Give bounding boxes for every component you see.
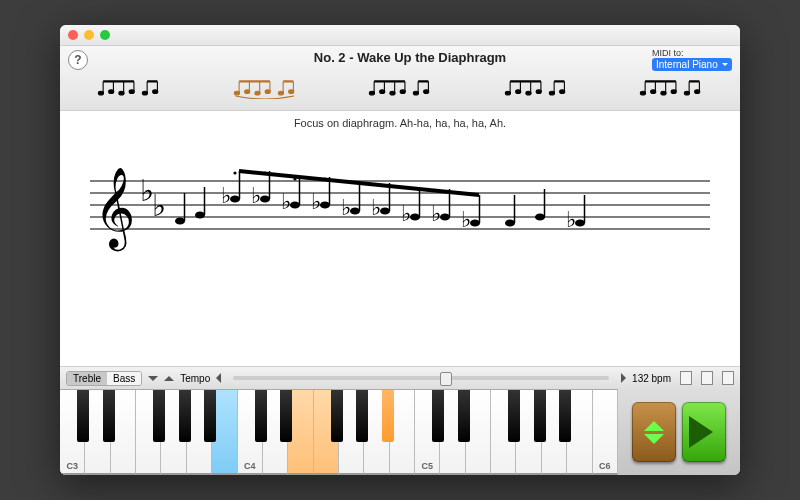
svg-point-77	[175, 217, 185, 224]
svg-text:♭: ♭	[401, 201, 411, 226]
black-key[interactable]	[432, 390, 444, 442]
svg-text:♭: ♭	[371, 195, 381, 220]
black-key[interactable]	[458, 390, 470, 442]
key-label: C3	[60, 461, 84, 471]
tempo-faster-icon[interactable]	[621, 373, 626, 383]
key-label: C6	[593, 461, 617, 471]
svg-text:♭: ♭	[566, 207, 576, 232]
svg-point-90	[290, 201, 300, 208]
svg-text:♭: ♭	[251, 183, 261, 208]
black-key[interactable]	[559, 390, 571, 442]
exercise-thumb-2[interactable]	[204, 74, 326, 102]
svg-point-86	[260, 195, 270, 202]
transpose-up-icon[interactable]	[164, 376, 174, 381]
svg-text:♭: ♭	[431, 201, 441, 226]
exercise-thumb-4[interactable]	[475, 74, 597, 102]
tempo-slider[interactable]	[233, 376, 609, 380]
black-key[interactable]	[103, 390, 115, 442]
treble-clef-icon: 𝄞	[94, 168, 135, 252]
svg-text:♭: ♭	[281, 189, 291, 214]
svg-point-107	[440, 213, 450, 220]
help-button[interactable]: ?	[68, 50, 88, 70]
exercise-thumb-3[interactable]	[339, 74, 461, 102]
app-window: ? No. 2 - Wake Up the Diaphragm MIDI to:…	[60, 25, 740, 475]
svg-point-98	[350, 207, 360, 214]
piano-keyboard: C3C4C5C6	[60, 389, 618, 475]
black-key[interactable]	[280, 390, 292, 442]
svg-point-82	[230, 195, 240, 202]
svg-text:♭: ♭	[311, 189, 321, 214]
white-key[interactable]	[288, 390, 313, 475]
loop-icon[interactable]	[722, 371, 734, 385]
midi-label: MIDI to:	[652, 48, 732, 58]
svg-point-79	[195, 211, 205, 218]
black-key[interactable]	[255, 390, 267, 442]
count-in-icon[interactable]	[701, 371, 713, 385]
zoom-icon[interactable]	[100, 30, 110, 40]
black-key[interactable]	[382, 390, 394, 442]
svg-text:♭: ♭	[341, 195, 351, 220]
black-key[interactable]	[153, 390, 165, 442]
arrow-down-icon	[644, 434, 664, 454]
exercise-thumbnails	[68, 74, 732, 102]
svg-text:♭: ♭	[461, 207, 471, 232]
white-key[interactable]: C6	[593, 390, 618, 475]
midi-select[interactable]: Internal Piano	[652, 58, 732, 71]
arrow-up-icon	[644, 411, 664, 431]
minimize-icon[interactable]	[84, 30, 94, 40]
control-bar: Treble Bass Tempo 132 bpm	[60, 366, 740, 389]
svg-text:♭: ♭	[152, 189, 166, 222]
svg-point-84	[233, 171, 236, 174]
header: ? No. 2 - Wake Up the Diaphragm MIDI to:…	[60, 46, 740, 111]
transpose-button[interactable]	[632, 402, 676, 462]
svg-point-104	[410, 213, 420, 220]
svg-point-101	[380, 207, 390, 214]
tempo-slower-icon[interactable]	[216, 373, 221, 383]
clef-bass-button[interactable]: Bass	[107, 372, 141, 385]
black-key[interactable]	[204, 390, 216, 442]
clef-treble-button[interactable]: Treble	[67, 372, 107, 385]
black-key[interactable]	[356, 390, 368, 442]
close-icon[interactable]	[68, 30, 78, 40]
midi-output: MIDI to: Internal Piano	[652, 48, 732, 71]
exercise-title: No. 2 - Wake Up the Diaphragm	[88, 50, 732, 65]
black-key[interactable]	[77, 390, 89, 442]
tempo-label: Tempo	[180, 373, 210, 384]
music-staff: 𝄞 ♭ ♭ ♭♭♭♭♭♭♭♭♭♭	[80, 151, 720, 271]
black-key[interactable]	[508, 390, 520, 442]
exercise-thumb-5[interactable]	[610, 74, 732, 102]
play-button[interactable]	[682, 402, 726, 462]
transport-buttons	[618, 389, 740, 475]
transpose-down-icon[interactable]	[148, 376, 158, 381]
tempo-value: 132 bpm	[632, 373, 671, 384]
black-key[interactable]	[534, 390, 546, 442]
black-key[interactable]	[179, 390, 191, 442]
svg-text:♭: ♭	[221, 183, 231, 208]
key-label: C5	[415, 461, 439, 471]
instruction-text: Focus on diaphragm. Ah-ha, ha, ha, ha, A…	[60, 111, 740, 135]
keyboard-row: C3C4C5C6	[60, 389, 740, 475]
exercise-thumb-1[interactable]	[68, 74, 190, 102]
clef-segmented: Treble Bass	[66, 371, 142, 386]
svg-point-113	[505, 219, 515, 226]
svg-point-117	[575, 219, 585, 226]
key-label: C4	[238, 461, 262, 471]
metronome-icon[interactable]	[680, 371, 692, 385]
svg-point-94	[320, 201, 330, 208]
tempo-slider-knob[interactable]	[440, 372, 452, 386]
svg-point-110	[470, 219, 480, 226]
black-key[interactable]	[331, 390, 343, 442]
play-icon	[689, 416, 729, 448]
titlebar	[60, 25, 740, 46]
score-area: 𝄞 ♭ ♭ ♭♭♭♭♭♭♭♭♭♭	[60, 135, 740, 366]
svg-point-115	[535, 213, 545, 220]
